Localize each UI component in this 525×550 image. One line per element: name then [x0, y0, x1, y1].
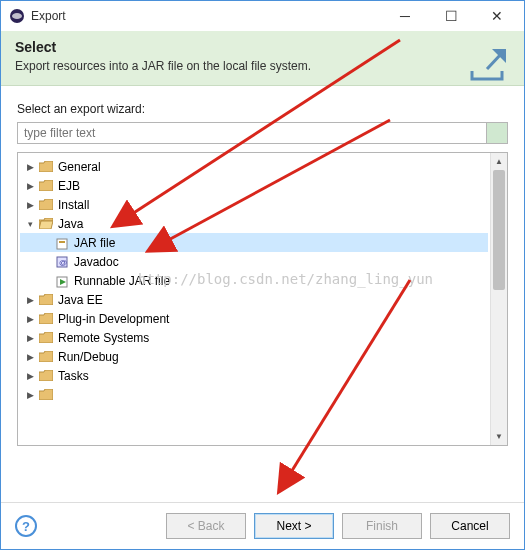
tree-item-install[interactable]: ▶ Install [20, 195, 488, 214]
expand-icon[interactable]: ▶ [24, 352, 36, 362]
tree-item-plugin-dev[interactable]: ▶ Plug-in Development [20, 309, 488, 328]
tree-item-remote-systems[interactable]: ▶ Remote Systems [20, 328, 488, 347]
folder-icon [38, 311, 54, 327]
tree-container: ▶ General ▶ EJB ▶ Install ▾ Java [17, 152, 508, 446]
tree-label: Javadoc [74, 255, 119, 269]
maximize-button[interactable]: ☐ [428, 1, 474, 31]
finish-button[interactable]: Finish [342, 513, 422, 539]
wizard-label: Select an export wizard: [17, 102, 508, 116]
tree-item-javaee[interactable]: ▶ Java EE [20, 290, 488, 309]
spacer [17, 446, 508, 496]
tree-label: Java [58, 217, 83, 231]
expand-icon[interactable]: ▶ [24, 295, 36, 305]
folder-icon [38, 292, 54, 308]
folder-icon [38, 197, 54, 213]
tree-item-general[interactable]: ▶ General [20, 157, 488, 176]
scroll-thumb[interactable] [493, 170, 505, 290]
help-button[interactable]: ? [15, 515, 37, 537]
back-button[interactable]: < Back [166, 513, 246, 539]
dialog-body: Select an export wizard: ▶ General ▶ EJB… [1, 86, 524, 502]
tree-label: Remote Systems [58, 331, 149, 345]
tree-label: EJB [58, 179, 80, 193]
svg-line-2 [487, 53, 502, 69]
svg-rect-4 [59, 241, 65, 243]
expand-icon[interactable]: ▶ [24, 200, 36, 210]
tree-item-ejb[interactable]: ▶ EJB [20, 176, 488, 195]
filter-clear-button[interactable] [487, 122, 508, 144]
vertical-scrollbar[interactable]: ▲ ▼ [490, 153, 507, 445]
tree-label: Tasks [58, 369, 89, 383]
folder-icon [38, 159, 54, 175]
jar-file-icon [54, 235, 70, 251]
tree-item-tasks[interactable]: ▶ Tasks [20, 366, 488, 385]
tree-item-runnable-jar[interactable]: Runnable JAR file [20, 271, 488, 290]
tree-item-jar-file[interactable]: JAR file [20, 233, 488, 252]
close-button[interactable]: ✕ [474, 1, 520, 31]
runnable-jar-icon [54, 273, 70, 289]
export-dialog: Export ─ ☐ ✕ Select Export resources int… [0, 0, 525, 550]
banner: Select Export resources into a JAR file … [1, 31, 524, 86]
tree-label: Java EE [58, 293, 103, 307]
tree-item-run-debug[interactable]: ▶ Run/Debug [20, 347, 488, 366]
window-title: Export [31, 9, 382, 23]
eclipse-icon [9, 8, 25, 24]
next-button[interactable]: Next > [254, 513, 334, 539]
filter-input[interactable] [17, 122, 487, 144]
tree-item-javadoc[interactable]: @ Javadoc [20, 252, 488, 271]
titlebar: Export ─ ☐ ✕ [1, 1, 524, 31]
scroll-down-icon[interactable]: ▼ [491, 428, 507, 445]
folder-icon [38, 387, 54, 403]
banner-heading: Select [15, 39, 510, 55]
collapse-icon[interactable]: ▾ [24, 219, 36, 229]
javadoc-icon: @ [54, 254, 70, 270]
expand-icon[interactable]: ▶ [24, 181, 36, 191]
tree-label: General [58, 160, 101, 174]
expand-icon[interactable]: ▶ [24, 314, 36, 324]
tree-label: Run/Debug [58, 350, 119, 364]
tree-label: Plug-in Development [58, 312, 169, 326]
expand-icon[interactable]: ▶ [24, 371, 36, 381]
expand-icon[interactable]: ▶ [24, 390, 36, 400]
cancel-button[interactable]: Cancel [430, 513, 510, 539]
tree-item-java[interactable]: ▾ Java [20, 214, 488, 233]
folder-icon [38, 178, 54, 194]
minimize-button[interactable]: ─ [382, 1, 428, 31]
expand-icon[interactable]: ▶ [24, 162, 36, 172]
export-wizard-tree[interactable]: ▶ General ▶ EJB ▶ Install ▾ Java [18, 153, 490, 445]
tree-item-more[interactable]: ▶ [20, 385, 488, 404]
svg-text:@: @ [59, 258, 67, 267]
folder-icon [38, 349, 54, 365]
button-bar: ? < Back Next > Finish Cancel [1, 502, 524, 549]
folder-icon [38, 368, 54, 384]
folder-icon [38, 330, 54, 346]
export-icon [466, 41, 508, 87]
filter-row [17, 122, 508, 144]
svg-point-1 [12, 13, 22, 19]
svg-rect-3 [57, 239, 67, 249]
tree-label: Runnable JAR file [74, 274, 170, 288]
expand-icon[interactable]: ▶ [24, 333, 36, 343]
scroll-up-icon[interactable]: ▲ [491, 153, 507, 170]
tree-label: Install [58, 198, 89, 212]
folder-open-icon [38, 216, 54, 232]
banner-description: Export resources into a JAR file on the … [15, 59, 510, 73]
tree-label: JAR file [74, 236, 115, 250]
